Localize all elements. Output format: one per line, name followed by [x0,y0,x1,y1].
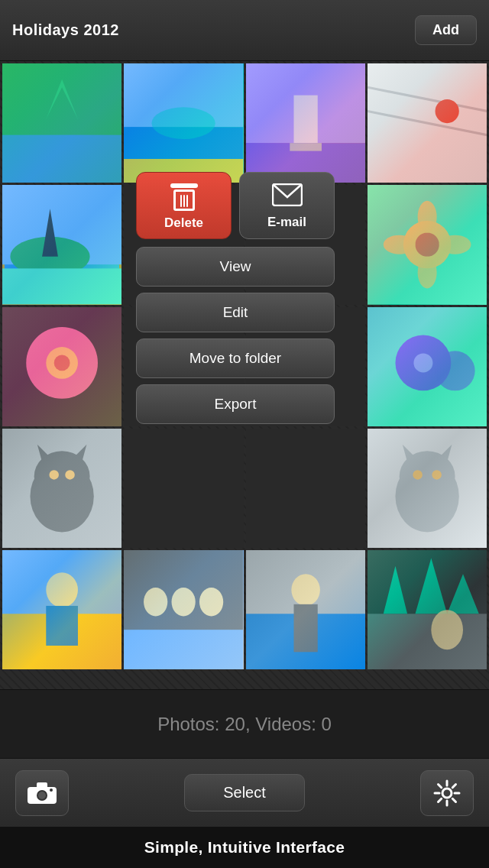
svg-line-79 [439,784,442,787]
gear-icon [433,779,461,807]
settings-button[interactable] [420,770,474,816]
svg-point-74 [442,789,452,798]
trash-body [173,189,195,211]
envelope-icon [272,183,303,210]
bottom-toolbar: Select [0,758,489,827]
select-button[interactable]: Select [184,774,305,811]
view-button[interactable]: View [136,247,335,287]
album-title: Holidays 2012 [12,21,119,39]
menu-top-row: Delete E-mail [136,172,335,239]
trash-line [180,195,182,207]
context-menu-overlay: Delete E-mail View Edit Move to [0,61,489,689]
add-button[interactable]: Add [415,15,477,45]
email-button[interactable]: E-mail [239,172,335,239]
trash-lid [170,183,198,188]
footer-text: Simple, Intuitive Interface [144,838,345,857]
svg-rect-72 [37,782,47,789]
trash-icon [172,183,196,211]
delete-button[interactable]: Delete [136,172,232,239]
svg-point-71 [38,792,46,799]
photo-grid: Delete E-mail View Edit Move to [0,61,489,689]
app-frame: Holidays 2012 Add [0,0,489,868]
trash-line [186,195,188,207]
context-menu: Delete E-mail View Edit Move to [136,172,335,424]
header: Holidays 2012 Add [0,0,489,61]
footer: Simple, Intuitive Interface [0,827,489,868]
delete-label: Delete [164,215,203,231]
svg-line-81 [452,784,455,787]
svg-point-73 [50,789,53,792]
stats-text: Photos: 20, Videos: 0 [157,714,332,735]
svg-line-80 [452,798,455,802]
trash-line [183,195,185,207]
email-label: E-mail [267,215,306,230]
svg-line-82 [439,798,442,802]
stats-bar: Photos: 20, Videos: 0 [0,689,489,758]
camera-icon [28,781,57,805]
edit-button[interactable]: Edit [136,293,335,332]
move-to-folder-button[interactable]: Move to folder [136,338,335,378]
export-button[interactable]: Export [136,384,335,424]
camera-button[interactable] [15,770,69,816]
